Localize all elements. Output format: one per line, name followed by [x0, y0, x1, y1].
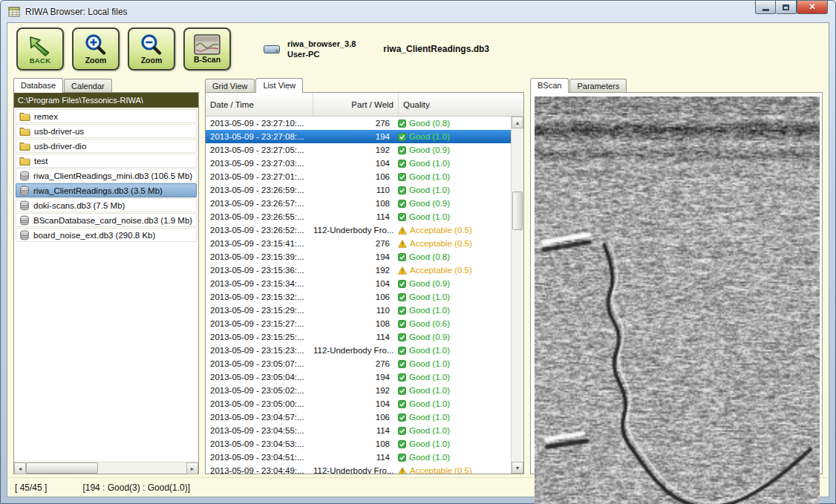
table-row[interactable]: 2013-05-09 - 23:27:01:...106Good (1.0) — [206, 170, 511, 183]
table-row[interactable]: 2013-05-09 - 23:15:25:...114Good (0.9) — [206, 330, 511, 344]
database-item[interactable]: riwa_ClientReadings.db3 (3.5 Mb) — [16, 183, 197, 197]
back-button[interactable]: BACK — [16, 27, 64, 71]
table-row[interactable]: 2013-05-09 - 23:05:07:...276Good (1.0) — [206, 357, 511, 370]
folder-icon — [19, 111, 30, 121]
table-row[interactable]: 2013-05-09 - 23:15:41:...276Acceptable (… — [206, 237, 511, 250]
host-pc-name: User-PC — [287, 49, 356, 59]
horizontal-scrollbar[interactable]: ◄ ► — [14, 462, 198, 474]
cell-quality: Good (0.8) — [394, 252, 511, 261]
table-row[interactable]: 2013-05-09 - 23:05:02:...192Good (1.0) — [206, 384, 511, 397]
warning-icon — [398, 467, 407, 474]
current-database-label: riwa_ClientReadings.db3 — [383, 44, 489, 54]
table-row[interactable]: 2013-05-09 - 23:15:36:...192Acceptable (… — [206, 264, 511, 277]
table-row[interactable]: 2013-05-09 - 23:05:00:...104Good (1.0) — [206, 397, 511, 410]
table-row[interactable]: 2013-05-09 - 23:26:55:...114Good (1.0) — [206, 210, 511, 223]
bscan-thumbnail-icon — [194, 34, 221, 55]
folder-item[interactable]: usb-driver-us — [16, 124, 197, 138]
database-item[interactable]: doki-scans.db3 (7.5 Mb) — [16, 198, 197, 212]
host-app-version: riwa_browser_3.8 — [287, 39, 356, 49]
cell-part: 192 — [313, 266, 394, 275]
table-row[interactable]: 2013-05-09 - 23:15:27:...108Good (0.6) — [206, 317, 511, 330]
cell-datetime: 2013-05-09 - 23:27:05:... — [206, 145, 313, 154]
good-icon — [398, 253, 406, 261]
table-row[interactable]: 2013-05-09 - 23:04:49:...112-Underbody F… — [206, 464, 511, 474]
minimize-button[interactable] — [755, 1, 776, 14]
column-header-datetime[interactable]: Date / Time — [206, 93, 313, 116]
quality-label: Good (1.0) — [409, 346, 450, 355]
zoom-out-button[interactable]: Zoom — [128, 27, 175, 71]
close-button[interactable]: ✕ — [797, 1, 828, 14]
good-icon — [398, 280, 406, 288]
database-item[interactable]: BScanDatabase_card_noise.db3 (1.9 Mb) — [16, 213, 197, 227]
maximize-button[interactable] — [776, 1, 797, 14]
good-icon — [398, 146, 406, 154]
folder-item[interactable]: remex — [16, 109, 197, 123]
scroll-thumb[interactable] — [512, 192, 523, 230]
table-row[interactable]: 2013-05-09 - 23:04:51:...114Good (1.0) — [206, 451, 511, 464]
tab-database[interactable]: Database — [13, 78, 63, 93]
table-row[interactable]: 2013-05-09 - 23:26:57:...108Good (0.9) — [206, 197, 511, 210]
scroll-left-button[interactable]: ◄ — [14, 462, 26, 474]
table-row[interactable]: 2013-05-09 - 23:15:32:...106Good (1.0) — [206, 290, 511, 304]
folder-item[interactable]: test — [16, 154, 197, 168]
main-area: Database Calendar C:\Program Files\Tesso… — [7, 75, 829, 477]
file-label: remex — [34, 112, 58, 121]
column-header-quality[interactable]: Quality — [399, 93, 523, 116]
tab-grid-view[interactable]: Grid View — [205, 79, 255, 93]
table-row[interactable]: 2013-05-09 - 23:15:39:...194Good (0.8) — [206, 250, 511, 264]
folder-icon — [19, 126, 30, 136]
window-title: RIWA Browser: Local files — [25, 7, 128, 17]
cell-quality: Good (1.0) — [394, 399, 511, 408]
tab-parameters[interactable]: Parameters — [569, 79, 627, 93]
quality-label: Good (1.0) — [409, 453, 450, 462]
file-list: remexusb-driver-ususb-driver-diotestriwa… — [14, 108, 198, 244]
tab-calendar[interactable]: Calendar — [64, 79, 112, 93]
zoom-in-button[interactable]: Zoom — [72, 27, 120, 71]
readings-table-body: 2013-05-09 - 23:27:10:...276Good (0.8)20… — [206, 117, 511, 474]
table-row[interactable]: 2013-05-09 - 23:27:08:...194Good (1.0) — [206, 130, 511, 143]
database-icon — [19, 200, 30, 211]
table-row[interactable]: 2013-05-09 - 23:04:57:...106Good (1.0) — [206, 410, 511, 424]
scroll-thumb[interactable] — [26, 462, 98, 474]
database-item[interactable]: board_noise_ext.db3 (290.8 Kb) — [16, 228, 197, 242]
folder-item[interactable]: usb-driver-dio — [16, 139, 197, 153]
tab-bscan[interactable]: BScan — [530, 78, 569, 93]
good-icon — [398, 387, 406, 395]
database-item[interactable]: riwa_ClientReadings_mini.db3 (106.5 Mb) — [16, 168, 197, 183]
table-row[interactable]: 2013-05-09 - 23:27:05:...192Good (0.9) — [206, 143, 511, 157]
titlebar[interactable]: RIWA Browser: Local files ✕ — [1, 1, 835, 22]
file-label: usb-driver-us — [34, 127, 84, 136]
cell-datetime: 2013-05-09 - 23:26:57:... — [206, 199, 313, 208]
file-label: doki-scans.db3 (7.5 Mb) — [33, 201, 125, 210]
file-label: usb-driver-dio — [34, 142, 86, 151]
cell-datetime: 2013-05-09 - 23:04:55:... — [206, 426, 313, 435]
table-row[interactable]: 2013-05-09 - 23:26:59:...110Good (1.0) — [206, 183, 511, 197]
quality-label: Good (0.6) — [409, 319, 450, 328]
client-area: BACK Zoom Zoom — [7, 22, 829, 497]
table-row[interactable]: 2013-05-09 - 23:04:55:...114Good (1.0) — [206, 424, 511, 437]
scroll-track[interactable] — [26, 462, 186, 474]
vertical-scrollbar[interactable]: ▲ ▼ — [511, 117, 523, 474]
table-row[interactable]: 2013-05-09 - 23:15:29:...110Good (1.0) — [206, 304, 511, 317]
quality-label: Good (1.0) — [409, 359, 450, 368]
scroll-down-button[interactable]: ▼ — [512, 462, 523, 474]
bscan-button[interactable]: B-Scan — [183, 27, 231, 71]
column-header-part[interactable]: Part / Weld — [313, 93, 399, 116]
table-row[interactable]: 2013-05-09 - 23:15:34:...104Good (0.9) — [206, 277, 511, 290]
table-row[interactable]: 2013-05-09 - 23:04:53:...108Good (1.0) — [206, 437, 511, 451]
tab-list-view[interactable]: List View — [255, 78, 303, 93]
table-row[interactable]: 2013-05-09 - 23:27:03:...104Good (1.0) — [206, 157, 511, 170]
cell-quality: Good (1.0) — [394, 386, 511, 395]
file-label: riwa_ClientReadings_mini.db3 (106.5 Mb) — [33, 171, 192, 180]
table-row[interactable]: 2013-05-09 - 23:27:10:...276Good (0.8) — [206, 117, 511, 130]
table-row[interactable]: 2013-05-09 - 23:05:04:...194Good (1.0) — [206, 370, 511, 384]
bscan-image[interactable] — [535, 96, 820, 504]
scroll-right-button[interactable]: ► — [186, 462, 198, 474]
table-row[interactable]: 2013-05-09 - 23:15:23:...112-Underbody F… — [206, 344, 511, 357]
cell-datetime: 2013-05-09 - 23:04:49:... — [206, 466, 313, 474]
left-tabs: Database Calendar — [13, 76, 199, 93]
scroll-track[interactable] — [512, 128, 523, 462]
table-row[interactable]: 2013-05-09 - 23:26:52:...112-Underbody F… — [206, 223, 511, 237]
scroll-up-button[interactable]: ▲ — [512, 117, 523, 128]
zoom-out-icon — [140, 33, 163, 56]
